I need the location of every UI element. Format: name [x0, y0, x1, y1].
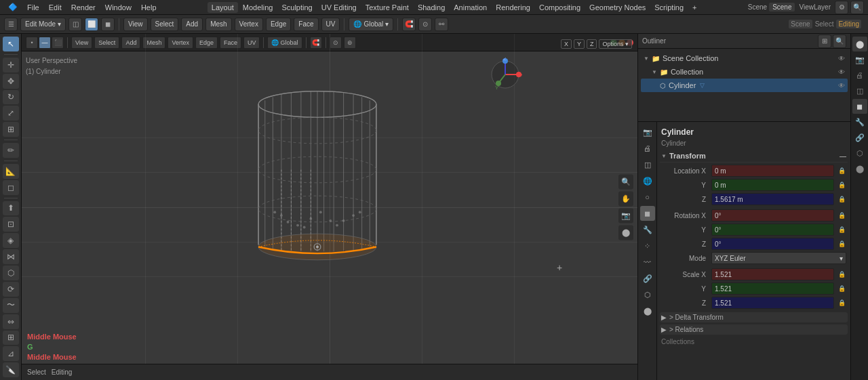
properties-view-icon[interactable]: ◫: [852, 83, 867, 98]
properties-data-icon[interactable]: ⬡: [852, 146, 867, 161]
object-props-btn[interactable]: ◼: [640, 206, 655, 221]
bevel-tool[interactable]: ◈: [3, 233, 19, 248]
navigation-gizmo[interactable]: X Y Z: [488, 58, 522, 93]
properties-modifier-icon[interactable]: 🔧: [852, 114, 867, 129]
window-menu[interactable]: Window: [101, 2, 136, 13]
face-menu-btn[interactable]: Face: [294, 18, 318, 31]
outliner-collection[interactable]: ▼ 📁 Collection 👁: [641, 65, 848, 79]
spin-tool[interactable]: ⟳: [3, 282, 19, 297]
workspace-animation[interactable]: Animation: [450, 2, 491, 13]
collection-eye[interactable]: 👁: [838, 68, 845, 76]
loop-cut-tool[interactable]: ⋈: [3, 249, 19, 264]
workspace-scripting[interactable]: Scripting: [650, 2, 688, 13]
mesh-menu-btn[interactable]: Mesh: [205, 18, 231, 31]
outliner-cylinder[interactable]: ⬡ Cylinder ▽ 👁: [641, 79, 848, 92]
annotate-tool[interactable]: ✏: [3, 143, 19, 158]
delta-transform-section[interactable]: ▶ > Delta Transform: [660, 312, 848, 322]
rotation-y-lock[interactable]: 🔒: [837, 225, 846, 234]
proportional-btn[interactable]: ⊙: [418, 18, 432, 31]
viewport-icon3[interactable]: ◼: [101, 18, 115, 31]
scale-x-lock[interactable]: 🔒: [837, 270, 846, 279]
properties-output-icon[interactable]: 🖨: [852, 68, 867, 83]
z-axis-btn[interactable]: Z: [587, 39, 597, 49]
render-props-btn[interactable]: 📷: [640, 125, 655, 140]
viewport-icon1[interactable]: ◫: [68, 18, 82, 31]
scale-x-field[interactable]: 1.521: [711, 268, 834, 280]
workspace-modeling[interactable]: Modeling: [239, 2, 277, 13]
outliner-search-btn[interactable]: 🔍: [833, 35, 846, 48]
uv-menu-btn[interactable]: UV: [321, 18, 340, 31]
add-tool[interactable]: ◻: [3, 180, 19, 195]
pan-btn[interactable]: ✋: [618, 191, 633, 206]
workspace-shading[interactable]: Shading: [414, 2, 449, 13]
x-axis-btn[interactable]: X: [561, 39, 572, 49]
physics-props-btn[interactable]: 〰: [640, 255, 655, 270]
mode-selector[interactable]: Edit Mode ▾: [20, 18, 66, 31]
properties-material-icon[interactable]: ⬤: [852, 161, 867, 176]
shear-tool[interactable]: ⊿: [3, 346, 19, 361]
location-z-lock[interactable]: 🔒: [837, 194, 846, 204]
inset-tool[interactable]: ⊡: [3, 217, 19, 232]
rotation-x-field[interactable]: 0°: [711, 209, 834, 221]
edit-menu[interactable]: Edit: [45, 2, 66, 13]
edge-slide-tool[interactable]: ⇔: [3, 314, 19, 329]
properties-render-icon[interactable]: 📷: [852, 52, 867, 67]
constraints-props-btn[interactable]: 🔗: [640, 271, 655, 286]
options-dropdown[interactable]: Options ▾: [599, 39, 632, 49]
workspace-geometry-nodes[interactable]: Geometry Nodes: [585, 2, 650, 13]
poly-build-tool[interactable]: ⬡: [3, 266, 19, 280]
transform-section-options[interactable]: —: [840, 152, 846, 160]
workspace-compositing[interactable]: Compositing: [535, 2, 585, 13]
extrude-tool[interactable]: ⬆: [3, 201, 19, 216]
workspace-sculpting[interactable]: Sculpting: [277, 2, 316, 13]
options-btn[interactable]: ⚯: [435, 18, 448, 31]
properties-constraint-icon[interactable]: 🔗: [852, 130, 867, 145]
cylinder-eye[interactable]: 👁: [838, 82, 845, 89]
location-x-lock[interactable]: 🔒: [837, 166, 846, 175]
vertex-menu-btn[interactable]: Vertex: [235, 18, 263, 31]
location-x-field[interactable]: 0 m: [711, 165, 834, 177]
help-menu[interactable]: Help: [137, 2, 161, 13]
viewport-3d[interactable]: • — ⬛ View Select Add Mesh Vertex Edge F…: [22, 34, 637, 380]
scene-settings-btn[interactable]: ⚙: [835, 1, 848, 14]
move-tool[interactable]: ✥: [3, 74, 19, 89]
rotation-mode-dropdown[interactable]: XYZ Euler ▾: [711, 252, 846, 264]
modifier-props-btn[interactable]: 🔧: [640, 222, 655, 237]
scale-y-lock[interactable]: 🔒: [837, 284, 846, 293]
snap-btn[interactable]: 🧲: [402, 18, 416, 31]
zoom-in-btn[interactable]: 🔍: [618, 174, 633, 189]
properties-scene-icon[interactable]: ⬤: [852, 37, 867, 51]
rotation-x-lock[interactable]: 🔒: [837, 211, 846, 220]
transform-tool[interactable]: ⊞: [3, 122, 19, 137]
viewport-icon2[interactable]: ⬜: [85, 18, 98, 31]
location-y-field[interactable]: 0 m: [711, 179, 834, 191]
outliner-filter-btn[interactable]: ⊞: [818, 35, 831, 48]
shrink-tool[interactable]: ⊞: [3, 331, 19, 345]
outliner-scene-collection[interactable]: ▼ 📁 Scene Collection 👁: [641, 51, 848, 65]
scale-z-field[interactable]: 1.521: [711, 297, 834, 309]
scale-y-field[interactable]: 1.521: [711, 282, 834, 295]
object-mode-icon[interactable]: ☰: [4, 18, 18, 31]
cylinder-3d-object[interactable]: [243, 85, 392, 274]
rotation-z-field[interactable]: 0°: [711, 238, 834, 250]
rotation-z-lock[interactable]: 🔒: [837, 239, 846, 249]
location-y-lock[interactable]: 🔒: [837, 180, 846, 190]
transform-space[interactable]: 🌐 Global ▾: [349, 18, 393, 31]
world-props-btn[interactable]: ○: [640, 190, 655, 205]
camera-btn[interactable]: 📷: [618, 208, 633, 223]
relations-section[interactable]: ▶ > Relations: [660, 324, 848, 335]
view-layer-props-btn[interactable]: ◫: [640, 157, 655, 172]
y-axis-btn[interactable]: Y: [574, 39, 585, 49]
search-btn[interactable]: 🔍: [850, 1, 864, 14]
transform-section-header[interactable]: ▼ Transform —: [660, 150, 848, 163]
render-preview-btn[interactable]: ⬤: [618, 225, 633, 240]
workspace-texture[interactable]: Texture Paint: [361, 2, 413, 13]
scene-name[interactable]: Scene: [769, 3, 795, 12]
data-props-btn[interactable]: ⬡: [640, 287, 655, 302]
cursor-tool[interactable]: ✛: [3, 58, 19, 72]
file-menu[interactable]: File: [23, 2, 43, 13]
view-menu-btn[interactable]: View: [123, 18, 148, 31]
material-props-btn[interactable]: ⬤: [640, 303, 655, 318]
smooth-tool[interactable]: 〜: [3, 298, 19, 313]
scale-z-lock[interactable]: 🔒: [837, 298, 846, 308]
